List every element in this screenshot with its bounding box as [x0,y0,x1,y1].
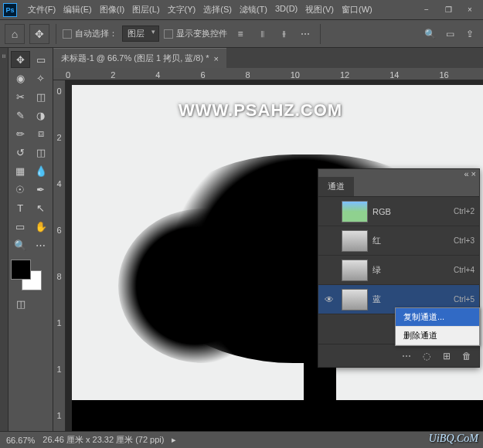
menu-layer[interactable]: 图层(L) [129,2,162,18]
channel-name: RGB [372,207,449,216]
zoom-level[interactable]: 66.67% [6,436,35,445]
pen-tool[interactable]: ✒ [32,181,51,198]
marquee-tool[interactable]: ▭ [32,51,51,68]
bottom-watermark: UiBQ.CoM [429,433,478,445]
visibility-toggle[interactable]: 👁 [321,294,337,305]
move-tool[interactable]: ✥ [11,51,30,68]
auto-select-option[interactable]: 自动选择： [63,28,117,39]
new-channel-icon[interactable]: ⊞ [440,350,453,362]
doc-dimensions: 26.46 厘米 x 23.32 厘米 (72 ppi) [43,434,164,446]
edit-toolbar[interactable]: ⋯ [32,236,51,253]
history-brush-tool[interactable]: ↺ [11,144,30,161]
channel-red[interactable]: 红 Ctrl+3 [318,226,479,256]
frame-icon[interactable]: ▭ [441,25,458,42]
channels-tab[interactable]: 通道 [318,177,354,196]
align-icon-3[interactable]: ⫵ [275,25,292,42]
type-tool[interactable]: T [11,199,30,216]
align-icon-1[interactable]: ≡ [232,25,249,42]
show-transform-option[interactable]: 显示变换控件 [164,28,227,39]
delete-channel-icon[interactable]: 🗑 [461,350,473,362]
show-transform-label: 显示变换控件 [176,28,227,39]
channel-green[interactable]: 绿 Ctrl+4 [318,256,479,285]
quickmask-tool[interactable]: ◫ [11,295,31,312]
shape-tool[interactable]: ▭ [11,218,30,235]
color-swatch[interactable] [11,260,42,290]
menu-select[interactable]: 选择(S) [200,2,235,18]
watermark-text: WWW.PSAHZ.COM [179,100,342,120]
auto-select-checkbox[interactable] [63,29,72,39]
win-restore[interactable]: ❐ [438,2,458,18]
save-selection-icon[interactable]: ◌ [420,350,433,362]
win-minimize[interactable]: − [417,2,437,18]
channel-shortcut: Ctrl+2 [454,207,474,216]
magic-wand-tool[interactable]: ✧ [32,70,51,87]
home-icon[interactable]: ⌂ [5,24,25,44]
stamp-tool[interactable]: ⧈ [32,125,51,142]
auto-select-label: 自动选择： [75,28,117,39]
crop-tool[interactable]: ✂ [11,88,30,105]
heal-tool[interactable]: ◑ [32,107,51,124]
status-more-icon[interactable]: ▸ [172,435,176,445]
channel-shortcut: Ctrl+3 [454,236,474,245]
show-transform-checkbox[interactable] [164,29,173,39]
menu-window[interactable]: 窗口(W) [338,2,376,18]
main-menu: 文件(F) 编辑(E) 图像(I) 图层(L) 文字(Y) 选择(S) 滤镜(T… [25,2,376,18]
hand-tool[interactable]: ✋ [32,218,51,235]
zoom-tool[interactable]: 🔍 [11,236,30,253]
blur-tool[interactable]: 💧 [32,162,51,179]
menu-image[interactable]: 图像(I) [97,2,128,18]
close-tab-icon[interactable]: × [214,54,219,63]
context-menu: 复制通道... 删除通道 [395,307,480,346]
menu-filter[interactable]: 滤镜(T) [236,2,270,18]
ctx-duplicate-channel[interactable]: 复制通道... [396,308,479,327]
auto-select-target[interactable]: 图层 [122,25,159,42]
path-tool[interactable]: ↖ [32,199,51,216]
ruler-horizontal: 02468101214161820222426 [53,68,483,80]
status-bar: 66.67% 26.46 厘米 x 23.32 厘米 (72 ppi) ▸ [0,431,483,448]
align-icon-2[interactable]: ⫴ [253,25,270,42]
side-tab-handle[interactable]: ≡ [0,51,8,61]
load-selection-icon[interactable]: ⋯ [400,350,413,362]
channel-rgb[interactable]: RGB Ctrl+2 [318,197,479,226]
ruler-vertical: 024681111122 [53,80,66,431]
menu-edit[interactable]: 编辑(E) [60,2,95,18]
dodge-tool[interactable]: ☉ [11,181,30,198]
lasso-tool[interactable]: ◉ [11,70,30,87]
channel-thumb [342,289,368,311]
win-close[interactable]: × [460,2,480,18]
share-icon[interactable]: ⇪ [461,25,478,42]
gradient-tool[interactable]: ▦ [11,162,30,179]
ctx-delete-channel[interactable]: 删除通道 [396,327,479,345]
channel-thumb [342,230,368,252]
channel-name: 红 [372,235,449,246]
channel-name: 蓝 [372,294,449,305]
toolbar: ✥▭ ◉✧ ✂◫ ✎◑ ✏⧈ ↺◫ ▦💧 ☉✒ T↖ ▭✋ 🔍⋯ ◫ [9,48,53,431]
side-tab-col: ≡ [0,48,9,431]
move-tool-icon[interactable]: ✥ [29,24,49,44]
more-icon[interactable]: ⋯ [297,25,314,42]
search-icon[interactable]: 🔍 [421,25,438,42]
eyedropper-tool[interactable]: ✎ [11,107,30,124]
menu-view[interactable]: 视图(V) [302,2,337,18]
eraser-tool[interactable]: ◫ [32,144,51,161]
options-bar: ⌂ ✥ 自动选择： 图层 显示变换控件 ≡ ⫴ ⫵ ⋯ 🔍 ▭ ⇪ [0,20,483,48]
panel-collapse-icon[interactable]: « × [464,169,476,177]
channel-thumb [342,201,368,222]
channel-shortcut: Ctrl+5 [454,295,474,304]
document-tab[interactable]: 未标题-1 @ 66.7% (图层 1 拷贝, 蓝/8) * × [53,48,226,68]
menu-file[interactable]: 文件(F) [25,2,59,18]
ps-logo: Ps [3,3,17,17]
channel-name: 绿 [372,264,449,276]
channel-thumb [342,260,368,281]
slice-tool[interactable]: ◫ [32,88,51,105]
document-tab-title: 未标题-1 @ 66.7% (图层 1 拷贝, 蓝/8) * [61,53,209,64]
menu-type[interactable]: 文字(Y) [165,2,199,18]
fg-color[interactable] [11,260,31,280]
menu-3d[interactable]: 3D(D) [272,2,301,18]
brush-tool[interactable]: ✏ [11,125,30,142]
channel-shortcut: Ctrl+4 [454,266,474,274]
